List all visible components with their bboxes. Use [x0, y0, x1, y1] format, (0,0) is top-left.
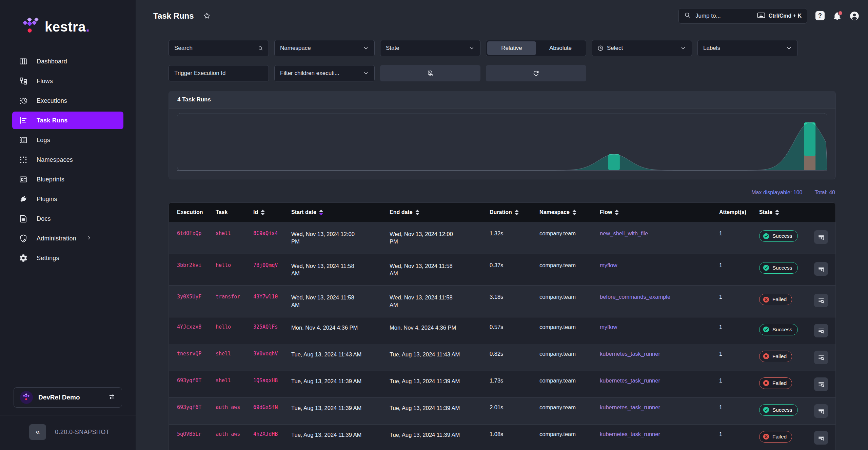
taskrun-logs-button[interactable] [814, 324, 828, 337]
absolute-toggle[interactable]: Absolute [536, 41, 585, 55]
mute-notifications-button[interactable] [380, 65, 480, 81]
user-avatar[interactable] [850, 11, 859, 21]
taskrun-logs-button[interactable] [814, 404, 828, 418]
sidebar-item-namespaces[interactable]: Namespaces [12, 151, 123, 169]
filter-children-select[interactable]: Filter children executi... [274, 65, 375, 81]
task-name[interactable]: shell [216, 222, 253, 244]
taskrun-logs-button[interactable] [814, 431, 828, 445]
taskrun-id-link[interactable]: 8C9aQis4 [253, 222, 291, 244]
table-row[interactable]: 3bbr2kvihello7Bj0QmqVWed, Nov 13, 2024 1… [169, 254, 835, 286]
taskrun-id-link[interactable]: 43Y7wl10 [253, 286, 291, 308]
sidebar-item-executions[interactable]: Executions [12, 92, 123, 110]
task-name[interactable]: shell [216, 371, 253, 390]
table-row[interactable]: 693yqf6Tauth_aws69dGxSfNTue, Aug 13, 202… [169, 397, 835, 424]
time-range-select[interactable]: Select [592, 40, 692, 56]
flow-link[interactable]: kubernetes_task_runner [600, 425, 719, 444]
taskrun-logs-button[interactable] [814, 351, 828, 364]
trigger-execution-id-input[interactable] [169, 65, 269, 81]
table-meta: Max displayable: 100 Total: 40 [169, 190, 835, 196]
task-name[interactable]: hello [216, 317, 253, 336]
flow-link[interactable]: kubernetes_task_runner [600, 344, 719, 364]
table-row[interactable]: 693yqf6Tshell1QSaqxH8Tue, Aug 13, 2024 1… [169, 371, 835, 397]
flow-link[interactable]: myflow [600, 317, 719, 337]
labels-filter[interactable]: Labels [697, 40, 798, 56]
taskrun-id-link[interactable]: 4h2XJdHB [253, 425, 291, 444]
column-header-id[interactable]: Id [253, 209, 291, 215]
table-row[interactable]: tnesrvQPshell3V0voqhVTue, Aug 13, 2024 1… [169, 344, 835, 371]
refresh-button[interactable] [486, 65, 586, 81]
column-header-state[interactable]: State [759, 209, 814, 215]
namespace-filter[interactable]: Namespace [274, 40, 375, 56]
search-input[interactable] [169, 40, 269, 56]
execution-id-link[interactable]: tnesrvQP [177, 344, 216, 363]
table-row[interactable]: 4YJcxzx8hello325AQlFsMon, Nov 4, 2024 4:… [169, 317, 835, 344]
taskrun-id-link[interactable]: 69dGxSfN [253, 398, 291, 417]
column-header-duration[interactable]: Duration [490, 209, 539, 215]
taskrun-id-link[interactable]: 3V0voqhV [253, 344, 291, 363]
attempts-count: 1 [719, 425, 759, 444]
execution-id-link[interactable]: 693yqf6T [177, 398, 216, 417]
sidebar-item-docs[interactable]: Docs [12, 210, 123, 228]
help-button[interactable]: ? [815, 11, 825, 20]
sidebar-item-settings[interactable]: Settings [12, 249, 123, 267]
kestra-logo[interactable]: kestra. [0, 0, 136, 52]
sort-icon[interactable] [415, 210, 419, 215]
flow-link[interactable]: before_commands_example [600, 286, 719, 308]
execution-id-link[interactable]: 6td0FxQp [177, 222, 216, 244]
collapse-sidebar-button[interactable]: « [29, 424, 46, 440]
task-name[interactable]: auth_aws [216, 398, 253, 417]
table-row[interactable]: 6td0FxQpshell8C9aQis4Wed, Nov 13, 2024 1… [169, 222, 835, 254]
sort-icon[interactable] [261, 210, 265, 215]
execution-id-link[interactable]: 5qOVB5Lr [177, 425, 216, 444]
table-row[interactable]: 5qOVB5Lrauth_aws4h2XJdHBTue, Aug 13, 202… [169, 424, 835, 450]
execution-id-link[interactable]: 693yqf6T [177, 371, 216, 390]
sidebar-item-logs[interactable]: Logs [12, 131, 123, 149]
taskrun-id-link[interactable]: 1QSaqxH8 [253, 371, 291, 390]
sidebar-item-blueprints[interactable]: Blueprints [12, 171, 123, 188]
taskrun-logs-button[interactable] [814, 294, 828, 307]
sort-icon[interactable] [615, 210, 619, 215]
sidebar-item-task-runs[interactable]: Task Runs [12, 112, 123, 129]
taskrun-id-link[interactable]: 325AQlFs [253, 317, 291, 336]
taskruns-chart[interactable] [169, 109, 835, 179]
task-name[interactable]: hello [216, 254, 253, 276]
search-field[interactable] [174, 45, 255, 52]
task-name[interactable]: shell [216, 344, 253, 363]
flow-link[interactable]: new_shell_with_file [600, 222, 719, 245]
execution-id-link[interactable]: 3y0X5UyF [177, 286, 216, 308]
sort-icon[interactable] [775, 210, 779, 215]
sort-icon[interactable] [515, 210, 519, 215]
duration: 1.73s [490, 371, 539, 390]
sidebar-item-dashboard[interactable]: Dashboard [12, 53, 123, 70]
sort-icon[interactable] [572, 210, 576, 215]
sidebar-item-plugins[interactable]: Plugins [12, 190, 123, 208]
task-name[interactable]: transfor [216, 286, 253, 308]
duration: 3.18s [490, 286, 539, 308]
tenant-switcher[interactable]: DevRel Demo [14, 387, 122, 408]
column-header-end-date[interactable]: End date [390, 209, 490, 215]
flow-link[interactable]: kubernetes_task_runner [600, 398, 719, 417]
taskrun-id-link[interactable]: 7Bj0QmqV [253, 254, 291, 276]
flow-link[interactable]: myflow [600, 254, 719, 277]
relative-toggle[interactable]: Relative [487, 41, 536, 55]
column-header-namespace[interactable]: Namespace [539, 209, 600, 215]
jump-to-search[interactable]: Jump to... Ctrl/Cmd + K [678, 8, 807, 24]
taskrun-logs-button[interactable] [814, 262, 828, 276]
execution-id-link[interactable]: 3bbr2kvi [177, 254, 216, 276]
sidebar-item-flows[interactable]: Flows [12, 72, 123, 90]
sort-icon[interactable] [319, 210, 323, 215]
taskrun-logs-button[interactable] [814, 377, 828, 391]
flow-link[interactable]: kubernetes_task_runner [600, 371, 719, 390]
column-header-flow[interactable]: Flow [600, 209, 719, 215]
state-filter[interactable]: State [380, 40, 480, 56]
favorite-star-icon[interactable] [203, 12, 211, 20]
trigger-execution-id-field[interactable] [174, 70, 263, 77]
sidebar-item-administration[interactable]: Administration [12, 230, 123, 247]
notifications-button[interactable] [833, 12, 842, 20]
execution-id-link[interactable]: 4YJcxzx8 [177, 317, 216, 336]
column-header-start-date[interactable]: Start date [291, 209, 390, 215]
task-name[interactable]: auth_aws [216, 425, 253, 444]
taskrun-logs-button[interactable] [814, 230, 828, 244]
namespaces-icon [19, 155, 28, 164]
table-row[interactable]: 3y0X5UyFtransfor43Y7wl10Wed, Nov 13, 202… [169, 285, 835, 317]
